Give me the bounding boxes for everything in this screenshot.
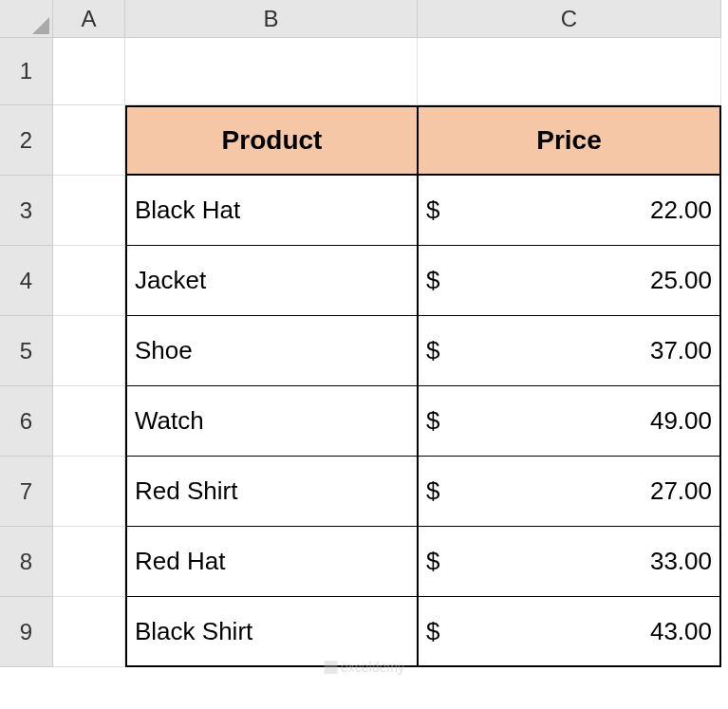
- table-header-product[interactable]: Product: [125, 105, 418, 176]
- cell-a9[interactable]: [53, 597, 125, 667]
- table-row[interactable]: Jacket: [125, 246, 418, 316]
- table-row[interactable]: $ 43.00: [418, 597, 721, 667]
- row-header-7[interactable]: 7: [0, 457, 53, 527]
- cell-a4[interactable]: [53, 246, 125, 316]
- cell-a3[interactable]: [53, 176, 125, 246]
- row-header-5[interactable]: 5: [0, 316, 53, 386]
- table-row[interactable]: $ 49.00: [418, 386, 721, 457]
- table-row[interactable]: $ 25.00: [418, 246, 721, 316]
- cell-a1[interactable]: [53, 38, 125, 105]
- currency-symbol: $: [426, 547, 439, 576]
- col-header-a[interactable]: A: [53, 0, 125, 38]
- price-value: 37.00: [650, 336, 712, 365]
- cell-c1[interactable]: [418, 38, 721, 105]
- table-row[interactable]: Black Hat: [125, 176, 418, 246]
- row-header-1[interactable]: 1: [0, 38, 53, 105]
- table-header-price[interactable]: Price: [418, 105, 721, 176]
- table-row[interactable]: Shoe: [125, 316, 418, 386]
- currency-symbol: $: [426, 266, 439, 295]
- row-header-2[interactable]: 2: [0, 105, 53, 176]
- currency-symbol: $: [426, 196, 439, 225]
- select-all-corner[interactable]: [0, 0, 53, 38]
- price-value: 43.00: [650, 617, 712, 646]
- row-header-9[interactable]: 9: [0, 597, 53, 667]
- col-header-c[interactable]: C: [418, 0, 721, 38]
- currency-symbol: $: [426, 617, 439, 646]
- table-row[interactable]: $ 22.00: [418, 176, 721, 246]
- cell-a2[interactable]: [53, 105, 125, 176]
- table-row[interactable]: $ 33.00: [418, 527, 721, 597]
- currency-symbol: $: [426, 406, 439, 436]
- col-header-b[interactable]: B: [125, 0, 418, 38]
- cell-a8[interactable]: [53, 527, 125, 597]
- row-header-6[interactable]: 6: [0, 386, 53, 457]
- row-header-3[interactable]: 3: [0, 176, 53, 246]
- currency-symbol: $: [426, 336, 439, 365]
- table-row[interactable]: $ 37.00: [418, 316, 721, 386]
- cell-a6[interactable]: [53, 386, 125, 457]
- table-row[interactable]: $ 27.00: [418, 457, 721, 527]
- table-row[interactable]: Red Hat: [125, 527, 418, 597]
- table-row[interactable]: Black Shirt: [125, 597, 418, 667]
- spreadsheet-grid: A B C 1 2 Product Price 3 Black Hat $ 22…: [0, 0, 728, 667]
- price-value: 22.00: [650, 196, 712, 225]
- cell-a7[interactable]: [53, 457, 125, 527]
- cell-b1[interactable]: [125, 38, 418, 105]
- row-header-4[interactable]: 4: [0, 246, 53, 316]
- table-row[interactable]: Watch: [125, 386, 418, 457]
- price-value: 27.00: [650, 476, 712, 506]
- price-value: 49.00: [650, 406, 712, 436]
- table-row[interactable]: Red Shirt: [125, 457, 418, 527]
- currency-symbol: $: [426, 476, 439, 506]
- price-value: 33.00: [650, 547, 712, 576]
- price-value: 25.00: [650, 266, 712, 295]
- cell-a5[interactable]: [53, 316, 125, 386]
- row-header-8[interactable]: 8: [0, 527, 53, 597]
